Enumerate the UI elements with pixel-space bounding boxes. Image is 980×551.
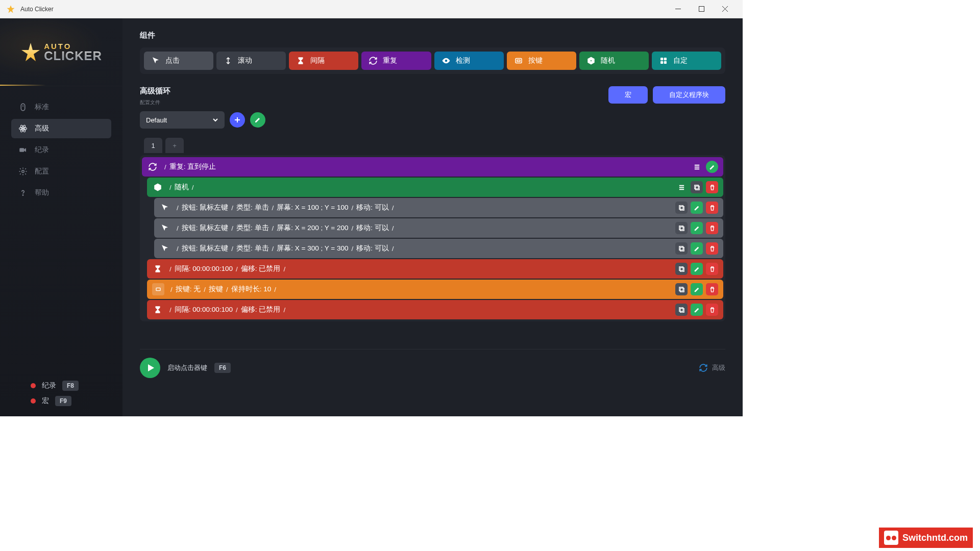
edit-step-button[interactable]	[691, 222, 703, 234]
trash-icon	[709, 245, 716, 252]
copy-step-button[interactable]	[675, 202, 688, 214]
delete-step-button[interactable]	[706, 222, 718, 234]
step-field: 屏幕: X = 200 ; Y = 200	[277, 223, 348, 233]
sequence-container: /重复: 直到停止 /随机/ /按钮: 鼠标左键/类型: 单击/屏	[140, 155, 725, 321]
component-label: 点击	[165, 56, 180, 65]
nav-standard[interactable]: 标准	[11, 97, 111, 117]
nav-record[interactable]: 纪录	[11, 140, 111, 160]
keyboard-icon	[152, 283, 164, 295]
svg-rect-3	[21, 104, 25, 111]
step-wait[interactable]: /间隔: 00:00:00:100/偏移: 已禁用/	[147, 300, 723, 319]
main-content: 组件 点击 滚动 间隔 重复 检测 按键 随机 自定 高级循环 配置文件 宏 自…	[122, 18, 743, 416]
advanced-toggle[interactable]: 高级	[699, 363, 725, 372]
close-button[interactable]	[713, 0, 737, 18]
edit-step-button[interactable]	[691, 283, 703, 295]
logo-star-icon	[20, 42, 41, 62]
minimize-button[interactable]	[666, 0, 690, 18]
copy-step-button[interactable]	[675, 263, 688, 275]
nav-advanced[interactable]: 高级	[11, 119, 111, 138]
cursor-icon	[159, 222, 170, 234]
step-random[interactable]: /随机/	[147, 178, 723, 197]
component-label: 重复	[383, 56, 397, 65]
delete-step-button[interactable]	[706, 242, 718, 255]
nav: 标准 高级 纪录 配置 帮助	[0, 86, 122, 203]
component-detect[interactable]: 检测	[434, 52, 504, 70]
logo-text-clicker: CLICKER	[44, 50, 102, 62]
add-config-button[interactable]	[230, 112, 245, 128]
step-click[interactable]: /按钮: 鼠标左键/类型: 单击/屏幕: X = 100 ; Y = 100/移…	[154, 198, 723, 217]
svg-rect-9	[19, 148, 24, 152]
step-click[interactable]: /按钮: 鼠标左键/类型: 单击/屏幕: X = 200 ; Y = 200/移…	[154, 218, 723, 238]
footer-macro[interactable]: 宏 F9	[31, 396, 122, 406]
delete-step-button[interactable]	[706, 283, 718, 295]
delete-step-button[interactable]	[706, 202, 718, 214]
pencil-icon	[254, 116, 261, 123]
svg-rect-22	[679, 205, 682, 209]
delete-step-button[interactable]	[706, 304, 718, 316]
component-random[interactable]: 随机	[579, 52, 649, 70]
copy-step-button[interactable]	[675, 222, 688, 234]
edit-step-button[interactable]	[691, 202, 703, 214]
macro-button[interactable]: 宏	[608, 86, 648, 104]
drag-handle[interactable]	[675, 181, 688, 193]
component-repeat[interactable]: 重复	[361, 52, 431, 70]
tab-add[interactable]: +	[165, 138, 184, 153]
logo: AUTO CLICKER	[0, 18, 122, 86]
custom-block-button[interactable]: 自定义程序块	[653, 86, 725, 104]
edit-step-button[interactable]	[691, 263, 703, 275]
nav-help[interactable]: 帮助	[11, 183, 111, 203]
step-wait[interactable]: /间隔: 00:00:00:100/偏移: 已禁用/	[147, 259, 723, 279]
component-wait[interactable]: 间隔	[289, 52, 358, 70]
nav-label: 高级	[35, 124, 49, 133]
nav-label: 配置	[35, 167, 49, 176]
scroll-icon	[224, 56, 233, 65]
component-key[interactable]: 按键	[507, 52, 576, 70]
pencil-icon	[694, 266, 700, 272]
copy-step-button[interactable]	[675, 242, 688, 255]
step-field: 按钮: 鼠标左键	[182, 223, 229, 233]
svg-point-14	[591, 60, 592, 61]
mouse-icon	[18, 103, 28, 112]
copy-step-button[interactable]	[691, 181, 703, 193]
delete-step-button[interactable]	[706, 181, 718, 193]
edit-step-button[interactable]	[706, 161, 718, 173]
step-key[interactable]: /按键: 无/按键/保持时长: 10/	[147, 280, 723, 299]
nav-settings[interactable]: 配置	[11, 162, 111, 181]
drag-handle[interactable]	[691, 161, 703, 173]
svg-point-10	[22, 170, 24, 173]
pencil-icon	[694, 245, 700, 252]
copy-step-button[interactable]	[675, 283, 688, 295]
trash-icon	[709, 205, 716, 211]
select-value: Default	[146, 116, 167, 124]
edit-step-button[interactable]	[691, 304, 703, 316]
copy-icon	[678, 286, 685, 293]
config-select[interactable]: Default	[140, 111, 225, 129]
pencil-icon	[694, 307, 700, 313]
component-click[interactable]: 点击	[144, 52, 213, 70]
step-click[interactable]: /按钮: 鼠标左键/类型: 单击/屏幕: X = 300 ; Y = 300/移…	[154, 239, 723, 258]
footer-record[interactable]: 纪录 F8	[31, 381, 122, 391]
menu-icon	[678, 184, 685, 191]
trash-icon	[709, 307, 716, 313]
svg-rect-31	[679, 287, 682, 290]
delete-step-button[interactable]	[706, 263, 718, 275]
edit-config-button[interactable]	[250, 112, 265, 128]
step-repeat[interactable]: /重复: 直到停止	[142, 157, 723, 177]
start-button[interactable]	[140, 358, 160, 378]
svg-point-11	[22, 195, 23, 195]
component-scroll[interactable]: 滚动	[216, 52, 286, 70]
component-custom[interactable]: 自定	[652, 52, 721, 70]
svg-rect-20	[694, 185, 698, 188]
edit-step-button[interactable]	[691, 242, 703, 255]
component-label: 滚动	[238, 56, 252, 65]
step-field: 按钮: 鼠标左键	[182, 244, 229, 253]
svg-rect-24	[679, 226, 682, 229]
step-field: 按键: 无	[176, 285, 201, 294]
copy-step-button[interactable]	[675, 304, 688, 316]
tab-1[interactable]: 1	[144, 138, 162, 153]
footer-record-label: 纪录	[42, 381, 56, 390]
plus-label: +	[173, 142, 177, 149]
maximize-button[interactable]	[690, 0, 713, 18]
svg-rect-13	[517, 60, 520, 62]
trash-icon	[709, 266, 716, 272]
